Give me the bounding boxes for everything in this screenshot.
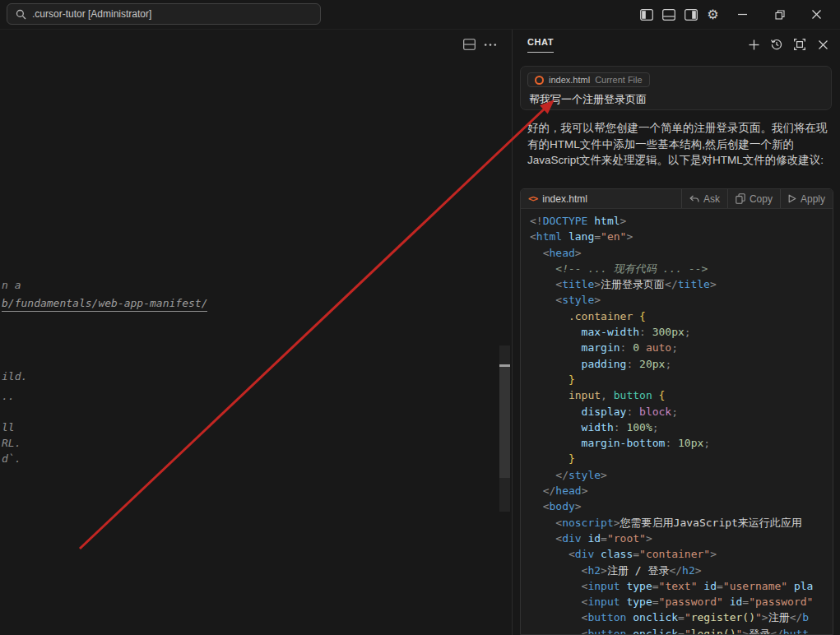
copy-icon bbox=[736, 193, 745, 204]
editor-text-fragment: RL. bbox=[2, 436, 21, 450]
html-file-icon bbox=[535, 76, 544, 85]
new-chat-plus-icon[interactable] bbox=[745, 35, 763, 53]
code-block: <> index.html Ask Copy Apply bbox=[520, 188, 833, 635]
screenshot-frame-icon[interactable] bbox=[791, 35, 809, 53]
toggle-panel-bottom-icon[interactable] bbox=[657, 0, 680, 29]
editor-scrollbar-thumb[interactable] bbox=[499, 367, 510, 478]
code-block-filename: <> index.html bbox=[521, 193, 681, 205]
editor-area[interactable]: n a b/fundamentals/web-app-manifest/ ild… bbox=[0, 30, 512, 635]
editor-text-fragment: n a bbox=[2, 278, 21, 292]
editor-toolbar bbox=[0, 30, 512, 59]
assistant-response-line: 有的HTML文件中添加一些基本结构,然后创建一个新的 bbox=[527, 137, 835, 153]
settings-gear-icon[interactable]: ⚙ bbox=[702, 0, 724, 29]
assistant-response: 好的，我可以帮您创建一个简单的注册登录页面。我们将在现 有的HTML文件中添加一… bbox=[527, 120, 835, 169]
chat-close-icon[interactable] bbox=[814, 35, 832, 53]
editor-text-fragment: ll bbox=[2, 420, 15, 434]
assistant-response-line: JavaScript文件来处理逻辑。以下是对HTML文件的修改建议: bbox=[527, 152, 835, 169]
user-message-text: 帮我写一个注册登录页面 bbox=[521, 88, 831, 107]
editor-text-fragment: d`. bbox=[2, 452, 21, 466]
context-file-suffix: Current File bbox=[595, 75, 642, 85]
window-close-button[interactable] bbox=[798, 0, 835, 29]
context-file-pill[interactable]: index.html Current File bbox=[527, 72, 650, 87]
tab-chat[interactable]: CHAT bbox=[527, 37, 554, 53]
toggle-sidebar-left-icon[interactable] bbox=[635, 0, 657, 29]
editor-text-fragment: .. bbox=[2, 389, 15, 403]
chat-panel-header: CHAT bbox=[513, 30, 840, 59]
search-text: .cursor-tutor [Administrator] bbox=[32, 8, 151, 20]
toggle-sidebar-right-icon[interactable] bbox=[680, 0, 702, 29]
split-editor-icon[interactable] bbox=[463, 39, 476, 50]
code-lines[interactable]: <!DOCTYPE html><html lang="en"> <head> <… bbox=[521, 209, 833, 635]
ask-button[interactable]: Ask bbox=[681, 189, 727, 208]
context-file-name: index.html bbox=[549, 75, 590, 85]
copy-button[interactable]: Copy bbox=[727, 189, 780, 208]
code-block-header: <> index.html Ask Copy Apply bbox=[521, 189, 833, 209]
apply-button[interactable]: Apply bbox=[780, 189, 833, 208]
window-minimize-button[interactable] bbox=[724, 0, 761, 29]
ask-arrow-icon bbox=[689, 195, 699, 203]
window-restore-button[interactable] bbox=[761, 0, 798, 29]
command-center-search[interactable]: .cursor-tutor [Administrator] bbox=[7, 3, 321, 25]
chat-panel: CHAT index.html Current File 帮我写一个注册登录页面… bbox=[512, 30, 840, 635]
code-lang-icon: <> bbox=[528, 193, 537, 204]
more-actions-icon[interactable] bbox=[484, 43, 497, 47]
user-message-card: index.html Current File 帮我写一个注册登录页面 bbox=[520, 66, 832, 110]
assistant-response-line: 好的，我可以帮您创建一个简单的注册登录页面。我们将在现 bbox=[527, 120, 835, 137]
editor-text-fragment: ild. bbox=[2, 369, 27, 383]
editor-link-fragment[interactable]: b/fundamentals/web-app-manifest/ bbox=[2, 296, 207, 312]
chat-history-icon[interactable] bbox=[768, 35, 786, 53]
search-icon bbox=[16, 9, 26, 20]
play-icon bbox=[788, 194, 796, 203]
window-titlebar: .cursor-tutor [Administrator] ⚙ bbox=[0, 0, 840, 30]
